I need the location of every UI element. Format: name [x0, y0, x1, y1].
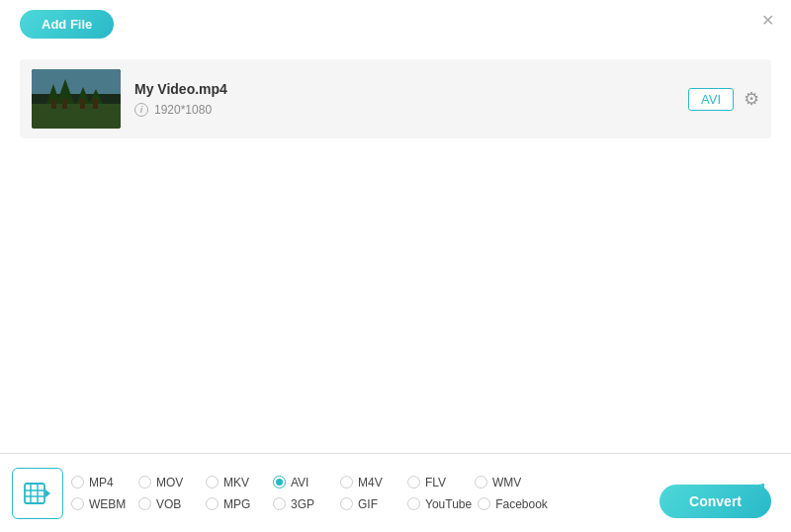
convert-button[interactable]: Convert: [659, 485, 771, 518]
radio-wmv: [475, 476, 487, 488]
radio-mkv: [206, 476, 219, 488]
format-badge-button[interactable]: AVI: [688, 88, 734, 111]
file-actions: AVI ⚙: [688, 88, 759, 111]
file-name: My Video.mp4: [134, 81, 674, 97]
settings-icon[interactable]: ⚙: [744, 88, 759, 110]
format-label-wmv: WMV: [492, 476, 521, 489]
format-label-avi: AVI: [291, 476, 308, 489]
format-option-facebook[interactable]: Facebook: [478, 497, 548, 511]
svg-rect-8: [62, 99, 67, 109]
format-row2: WEBMVOBMPG3GPGIFYouTubeFacebook: [71, 497, 720, 511]
format-label-mkv: MKV: [223, 476, 249, 489]
format-option-mkv[interactable]: MKV: [206, 476, 267, 489]
format-label-m4v: M4V: [358, 476, 383, 489]
radio-vob: [138, 497, 151, 510]
svg-rect-10: [93, 99, 98, 109]
radio-m4v: [340, 476, 353, 488]
format-option-youtube[interactable]: YouTube: [407, 497, 472, 511]
radio-facebook: [478, 497, 490, 510]
svg-rect-11: [25, 484, 44, 503]
format-option-flv[interactable]: FLV: [407, 476, 469, 489]
info-icon: i: [134, 103, 148, 117]
radio-3gp: [273, 497, 286, 510]
video-thumbnail: [32, 69, 121, 129]
format-label-gif: GIF: [358, 497, 378, 511]
format-options: MP4MOVMKVAVIM4VFLVWMVWEBMVOBMPG3GPGIFYou…: [63, 472, 728, 515]
format-row1: MP4MOVMKVAVIM4VFLVWMV: [71, 476, 720, 489]
format-label-flv: FLV: [425, 476, 446, 489]
format-option-gif[interactable]: GIF: [340, 497, 401, 511]
format-label-youtube: YouTube: [425, 497, 472, 511]
radio-webm: [71, 497, 84, 510]
svg-rect-1: [32, 69, 121, 94]
format-option-mp4[interactable]: MP4: [71, 476, 132, 489]
format-option-wmv[interactable]: WMV: [475, 476, 536, 489]
format-option-avi[interactable]: AVI: [273, 476, 334, 489]
svg-rect-9: [80, 99, 85, 109]
format-label-facebook: Facebook: [495, 497, 548, 511]
format-label-mov: MOV: [156, 476, 183, 489]
radio-mpg: [206, 497, 219, 510]
format-option-mpg[interactable]: MPG: [206, 497, 267, 511]
format-label-webm: WEBM: [89, 497, 126, 511]
format-option-vob[interactable]: VOB: [138, 497, 200, 511]
file-info: My Video.mp4 i 1920*1080: [134, 81, 674, 117]
format-option-webm[interactable]: WEBM: [71, 497, 132, 511]
format-label-mp4: MP4: [89, 476, 114, 489]
svg-rect-7: [51, 99, 56, 109]
format-label-3gp: 3GP: [291, 497, 314, 511]
radio-gif: [340, 497, 353, 510]
format-option-3gp[interactable]: 3GP: [273, 497, 334, 511]
close-button[interactable]: ✕: [757, 10, 777, 30]
format-label-vob: VOB: [156, 497, 181, 511]
add-file-button[interactable]: Add File: [20, 10, 114, 39]
radio-flv: [407, 476, 420, 488]
svg-rect-2: [32, 104, 121, 129]
format-option-mov[interactable]: MOV: [138, 476, 200, 489]
format-label-mpg: MPG: [223, 497, 250, 511]
main-content-area: My Video.mp4 i 1920*1080 AVI ⚙: [20, 59, 771, 433]
file-meta: i 1920*1080: [134, 103, 674, 117]
svg-marker-16: [45, 489, 50, 497]
radio-avi: [273, 476, 286, 488]
format-option-m4v[interactable]: M4V: [340, 476, 401, 489]
file-resolution: 1920*1080: [154, 103, 212, 117]
radio-mp4: [71, 476, 84, 488]
radio-mov: [138, 476, 151, 488]
video-format-icon-box[interactable]: [12, 468, 63, 519]
file-item: My Video.mp4 i 1920*1080 AVI ⚙: [20, 59, 771, 138]
radio-youtube: [407, 497, 420, 510]
